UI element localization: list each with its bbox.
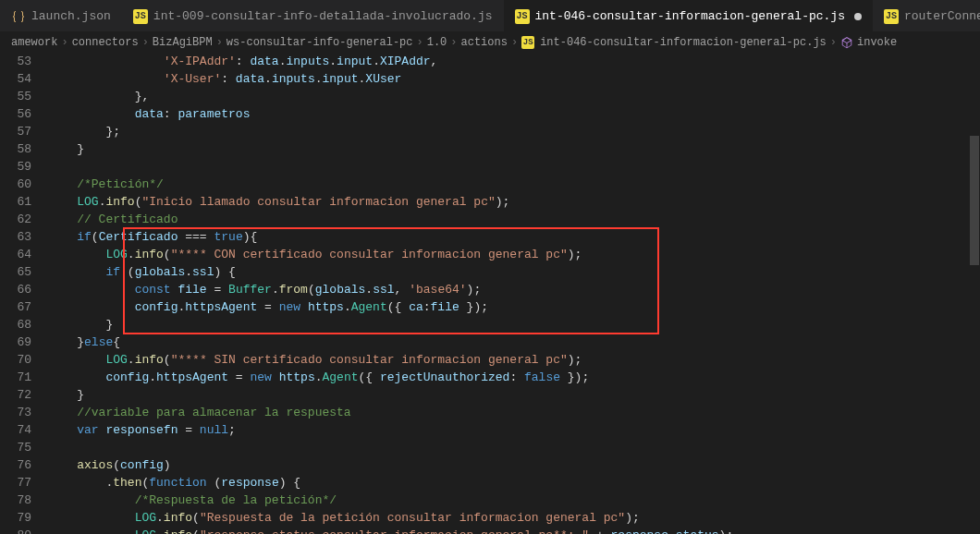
code-line[interactable]: } <box>48 316 980 334</box>
code-line[interactable]: if (globals.ssl) { <box>48 263 980 281</box>
code-line[interactable]: LOG.info("Respuesta de la petición consu… <box>48 509 980 527</box>
chevron-right-icon: › <box>450 36 457 49</box>
json-icon <box>11 9 26 24</box>
line-number: 66 <box>0 281 31 298</box>
code-line[interactable]: /*Petición*/ <box>48 176 980 193</box>
line-number: 60 <box>0 176 31 193</box>
code-line[interactable]: LOG.info("**** SIN certificado consultar… <box>48 351 980 369</box>
chevron-right-icon: › <box>142 36 149 49</box>
code-line[interactable]: LOG.info("Inicio llamado consultar infor… <box>48 193 980 211</box>
line-number: 54 <box>0 70 31 88</box>
tab-routerconnector[interactable]: JS routerConnector.js <box>873 0 980 32</box>
line-number: 70 <box>0 351 31 369</box>
tab-label: routerConnector.js <box>904 9 980 23</box>
line-number: 56 <box>0 105 31 123</box>
code-editor[interactable]: 53 54 55 56 57 58 59 60 61 62 63 64 65 6… <box>0 53 980 534</box>
code-line[interactable]: 'X-User': data.inputs.input.XUser <box>48 70 980 88</box>
chevron-right-icon: › <box>417 36 423 49</box>
line-number: 62 <box>0 211 31 228</box>
breadcrumb-item[interactable]: invoke <box>857 36 897 49</box>
breadcrumb-item[interactable]: int-046-consultar-informacion-general-pc… <box>540 36 827 49</box>
code-line[interactable]: 'X-IPAddr': data.inputs.input.XIPAddr, <box>48 53 980 70</box>
line-number: 67 <box>0 298 31 316</box>
js-icon: JS <box>884 9 899 24</box>
tab-label: int-046-consultar-informacion-general-pc… <box>535 9 845 23</box>
code-line[interactable]: }; <box>48 123 980 140</box>
method-icon <box>840 36 853 49</box>
code-line[interactable]: // Certificado <box>48 211 980 228</box>
line-number-gutter: 53 54 55 56 57 58 59 60 61 62 63 64 65 6… <box>0 53 48 534</box>
dirty-dot-icon <box>854 13 862 20</box>
code-area[interactable]: 'X-IPAddr': data.inputs.input.XIPAddr, '… <box>48 53 980 534</box>
line-number: 74 <box>0 421 31 439</box>
code-line[interactable]: } <box>48 140 980 158</box>
js-icon: JS <box>133 9 148 24</box>
tab-label: launch.json <box>31 9 111 23</box>
breadcrumb-item[interactable]: BizAgiBPM <box>153 36 213 49</box>
line-number: 65 <box>0 263 31 281</box>
breadcrumb: amework › connectors › BizAgiBPM › ws-co… <box>0 32 980 53</box>
line-number: 76 <box>0 456 31 474</box>
line-number: 63 <box>0 228 31 246</box>
code-line[interactable]: config.httpsAgent = new https.Agent({ re… <box>48 369 980 386</box>
line-number: 57 <box>0 123 31 140</box>
code-line[interactable]: }, <box>48 88 980 105</box>
code-line[interactable]: } <box>48 386 980 404</box>
breadcrumb-item[interactable]: ws-consultar-info-general-pc <box>227 36 413 49</box>
line-number: 69 <box>0 334 31 351</box>
tab-label: int-009-consultar-info-detallada-involuc… <box>153 9 493 23</box>
js-icon: JS <box>515 9 530 24</box>
code-line[interactable]: if(Certificado === true){ <box>48 228 980 246</box>
chevron-right-icon: › <box>61 36 67 49</box>
tab-launch-json[interactable]: launch.json <box>0 0 122 32</box>
line-number: 80 <box>0 527 31 534</box>
code-line[interactable]: .then(function (response) { <box>48 474 980 492</box>
line-number: 58 <box>0 140 31 158</box>
code-line[interactable]: var responsefn = null; <box>48 421 980 439</box>
line-number: 77 <box>0 474 31 492</box>
scrollbar-thumb[interactable] <box>970 136 979 265</box>
tab-int046[interactable]: JS int-046-consultar-informacion-general… <box>504 0 873 32</box>
code-line[interactable]: data: parametros <box>48 105 980 123</box>
vertical-scrollbar[interactable] <box>967 53 980 534</box>
tab-bar: launch.json JS int-009-consultar-info-de… <box>0 0 980 32</box>
line-number: 55 <box>0 88 31 105</box>
code-line[interactable] <box>48 439 980 456</box>
js-icon: JS <box>521 36 534 49</box>
code-line[interactable]: config.httpsAgent = new https.Agent({ ca… <box>48 298 980 316</box>
line-number: 78 <box>0 492 31 509</box>
breadcrumb-item[interactable]: connectors <box>72 36 139 49</box>
breadcrumb-item[interactable]: amework <box>11 36 57 49</box>
breadcrumb-item[interactable]: 1.0 <box>427 36 447 49</box>
code-line[interactable]: LOG.info("**** CON certificado consultar… <box>48 246 980 263</box>
chevron-right-icon: › <box>511 36 518 49</box>
code-line[interactable]: }else{ <box>48 334 980 351</box>
code-line[interactable]: const file = Buffer.from(globals.ssl, 'b… <box>48 281 980 298</box>
line-number: 61 <box>0 193 31 211</box>
code-line[interactable]: /*Respuesta de la petición*/ <box>48 492 980 509</box>
line-number: 53 <box>0 53 31 70</box>
code-line[interactable] <box>48 158 980 176</box>
line-number: 59 <box>0 158 31 176</box>
line-number: 73 <box>0 404 31 421</box>
line-number: 79 <box>0 509 31 527</box>
code-line[interactable]: //variable para almacenar la respuesta <box>48 404 980 421</box>
line-number: 68 <box>0 316 31 334</box>
breadcrumb-item[interactable]: actions <box>461 36 508 49</box>
line-number: 75 <box>0 439 31 456</box>
line-number: 64 <box>0 246 31 263</box>
line-number: 71 <box>0 369 31 386</box>
line-number: 72 <box>0 386 31 404</box>
code-line[interactable]: axios(config) <box>48 456 980 474</box>
chevron-right-icon: › <box>216 36 223 49</box>
chevron-right-icon: › <box>830 36 837 49</box>
code-line[interactable]: LOG.info("response status consultar info… <box>48 527 980 534</box>
tab-int009[interactable]: JS int-009-consultar-info-detallada-invo… <box>122 0 504 32</box>
